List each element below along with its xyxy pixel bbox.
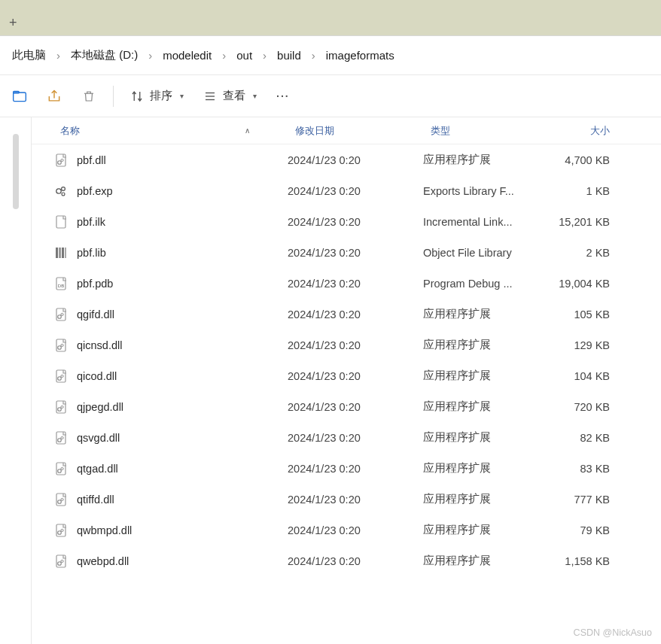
file-name: qsvgd.dll: [77, 432, 120, 444]
file-icon: [54, 369, 68, 383]
chevron-right-icon: ›: [145, 49, 155, 62]
delete-button[interactable]: [74, 81, 104, 111]
breadcrumb-item[interactable]: build: [271, 46, 307, 65]
svg-rect-13: [59, 248, 61, 258]
file-type: 应用程序扩展: [423, 307, 544, 321]
nav-pane: [0, 117, 32, 644]
svg-rect-12: [56, 248, 58, 258]
file-icon: [54, 462, 68, 475]
file-size: 15,201 KB: [544, 216, 626, 228]
file-type: 应用程序扩展: [423, 430, 544, 445]
svg-rect-11: [56, 216, 65, 228]
file-icon: [54, 493, 68, 506]
chevron-right-icon: ›: [309, 49, 318, 62]
file-size: 777 KB: [544, 494, 626, 506]
file-icon: [54, 339, 68, 352]
file-date: 2024/1/23 0:20: [288, 524, 423, 536]
file-row[interactable]: qtiffd.dll2024/1/23 0:20应用程序扩展777 KB: [32, 484, 661, 515]
file-date: 2024/1/23 0:20: [288, 247, 423, 259]
scrollbar-thumb[interactable]: [13, 134, 19, 209]
file-row[interactable]: pbf.exp2024/1/23 0:20Exports Library F..…: [32, 175, 661, 206]
new-item-button[interactable]: [5, 81, 35, 111]
file-type: 应用程序扩展: [423, 369, 544, 383]
file-name: qjpegd.dll: [77, 401, 123, 413]
file-row[interactable]: pbf.lib2024/1/23 0:20Object File Library…: [32, 237, 661, 268]
file-icon: [54, 431, 68, 445]
file-date: 2024/1/23 0:20: [288, 308, 423, 320]
breadcrumb-item[interactable]: 此电脑: [6, 45, 52, 65]
file-icon: [54, 308, 68, 321]
watermark: CSDN @NickAsuo: [574, 627, 652, 638]
file-date: 2024/1/23 0:20: [288, 370, 423, 382]
column-type[interactable]: 类型: [423, 124, 544, 138]
breadcrumb-item[interactable]: modeledit: [157, 46, 218, 65]
file-date: 2024/1/23 0:20: [288, 494, 423, 506]
file-type: Incremental Link...: [423, 216, 544, 228]
sort-indicator-icon: ∧: [245, 126, 250, 135]
file-size: 4,700 KB: [544, 154, 626, 166]
more-button[interactable]: ···: [269, 90, 297, 102]
file-name: pbf.pdb: [77, 278, 113, 290]
view-button[interactable]: 查看 ▾: [196, 84, 264, 108]
file-size: 2 KB: [544, 247, 626, 259]
file-row[interactable]: qicnsd.dll2024/1/23 0:20应用程序扩展129 KB: [32, 330, 661, 360]
file-date: 2024/1/23 0:20: [288, 463, 423, 475]
breadcrumb-item[interactable]: imageformats: [320, 46, 401, 65]
svg-rect-14: [62, 248, 64, 258]
file-name: qicod.dll: [77, 370, 117, 382]
file-row[interactable]: qwebpd.dll2024/1/23 0:20应用程序扩展1,158 KB: [32, 545, 661, 576]
svg-rect-15: [65, 248, 66, 258]
file-type: 应用程序扩展: [423, 399, 544, 414]
file-size: 79 KB: [544, 524, 626, 536]
file-icon: [54, 246, 68, 260]
file-type: Exports Library F...: [423, 185, 544, 197]
file-row[interactable]: qwbmpd.dll2024/1/23 0:20应用程序扩展79 KB: [32, 515, 661, 545]
file-date: 2024/1/23 0:20: [288, 154, 423, 166]
file-size: 129 KB: [544, 339, 626, 351]
svg-point-8: [56, 188, 61, 193]
file-row[interactable]: qicod.dll2024/1/23 0:20应用程序扩展104 KB: [32, 360, 661, 391]
file-icon: [54, 153, 68, 167]
new-tab-button[interactable]: +: [3, 11, 23, 35]
file-date: 2024/1/23 0:20: [288, 216, 423, 228]
file-date: 2024/1/23 0:20: [288, 555, 423, 567]
sort-button[interactable]: 排序 ▾: [123, 84, 191, 108]
chevron-right-icon: ›: [53, 49, 63, 62]
column-size[interactable]: 大小: [544, 124, 626, 138]
file-name: qwebpd.dll: [77, 555, 129, 567]
file-row[interactable]: qjpegd.dll2024/1/23 0:20应用程序扩展720 KB: [32, 391, 661, 422]
view-label: 查看: [223, 89, 245, 103]
breadcrumb-item[interactable]: out: [230, 46, 258, 65]
file-name: qwbmpd.dll: [77, 524, 132, 536]
chevron-down-icon: ▾: [180, 92, 184, 100]
svg-rect-0: [14, 93, 26, 102]
file-row[interactable]: DBpbf.pdb2024/1/23 0:20Program Debug ...…: [32, 268, 661, 299]
file-row[interactable]: qgifd.dll2024/1/23 0:20应用程序扩展105 KB: [32, 299, 661, 330]
breadcrumb-item[interactable]: 本地磁盘 (D:): [65, 45, 144, 65]
column-date[interactable]: 修改日期: [288, 124, 423, 138]
file-type: 应用程序扩展: [423, 338, 544, 352]
file-row[interactable]: pbf.ilk2024/1/23 0:20Incremental Link...…: [32, 206, 661, 237]
share-button[interactable]: [39, 81, 69, 111]
breadcrumb: 此电脑›本地磁盘 (D:)›modeledit›out›build›imagef…: [0, 36, 661, 75]
file-type: 应用程序扩展: [423, 153, 544, 167]
tab-bar: +: [0, 0, 661, 36]
file-size: 1 KB: [544, 185, 626, 197]
file-row[interactable]: qsvgd.dll2024/1/23 0:20应用程序扩展82 KB: [32, 422, 661, 453]
file-type: 应用程序扩展: [423, 554, 544, 568]
file-icon: [54, 184, 68, 198]
chevron-down-icon: ▾: [253, 92, 257, 100]
file-size: 83 KB: [544, 463, 626, 475]
file-row[interactable]: pbf.dll2024/1/23 0:20应用程序扩展4,700 KB: [32, 144, 661, 175]
file-name: qtgad.dll: [77, 463, 118, 475]
file-type: Object File Library: [423, 247, 544, 259]
toolbar: 排序 ▾ 查看 ▾ ···: [0, 75, 661, 117]
file-date: 2024/1/23 0:20: [288, 339, 423, 351]
column-name[interactable]: 名称 ∧: [32, 124, 288, 138]
file-icon: [54, 400, 68, 414]
file-size: 105 KB: [544, 308, 626, 320]
file-date: 2024/1/23 0:20: [288, 401, 423, 413]
file-row[interactable]: qtgad.dll2024/1/23 0:20应用程序扩展83 KB: [32, 453, 661, 484]
file-name: pbf.ilk: [77, 216, 105, 228]
file-type: 应用程序扩展: [423, 492, 544, 506]
